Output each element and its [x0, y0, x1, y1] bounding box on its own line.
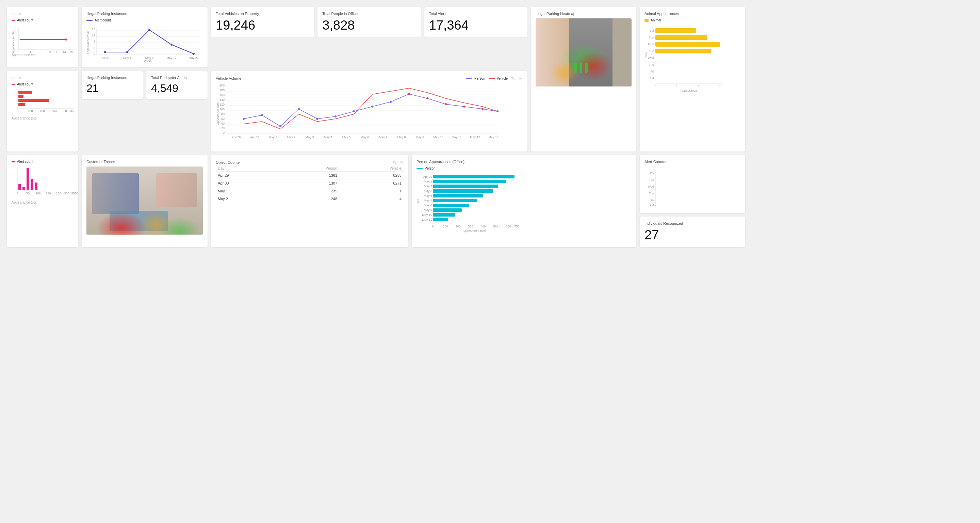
svg-text:May 8: May 8 [398, 136, 406, 139]
heatmap-image [536, 18, 632, 86]
svg-text:May 7: May 7 [379, 136, 388, 139]
alert-count-label-top: Alert count [17, 18, 33, 22]
svg-text:300: 300 [64, 192, 69, 195]
vehicle-legend-vehicle: Vehicle [488, 77, 508, 80]
svg-text:May 4: May 4 [123, 56, 132, 60]
object-counter-icons: ✎ ⊡ [392, 160, 404, 165]
illegal-parking-legend-label: Alert count [95, 18, 111, 22]
svg-text:Apr 30: Apr 30 [250, 136, 259, 139]
person-legend-label: Person [425, 166, 436, 170]
total-alerts-card: Total Alerts 17,364 [424, 7, 527, 37]
svg-rect-153 [433, 213, 455, 217]
total-perimeter-title: Total Perimeter Alerts [151, 76, 203, 80]
vehicle-volume-title: Vehicle Volume [216, 76, 241, 80]
col-person: Person [276, 165, 339, 172]
row3-person: 235 [276, 187, 339, 195]
svg-text:May 9: May 9 [424, 208, 432, 212]
alert-counter-title: Alert Counter [644, 160, 740, 164]
row3-vehicle: 1 [339, 187, 404, 195]
svg-text:80: 80 [221, 112, 224, 116]
svg-text:May 6: May 6 [424, 194, 432, 198]
illegal-parking-chart-title: Illegal Parking Instances [86, 11, 203, 16]
row2-day: Apr 30 [216, 179, 276, 187]
svg-rect-122 [27, 168, 29, 190]
total-alerts-value: 17,364 [429, 18, 523, 33]
alert-count-bottom-legend: Alert count [11, 160, 73, 163]
table-row: Apr 29 1361 8255 [216, 172, 404, 179]
illegal-parking-num-card: Illegal Parking Instances 21 [82, 71, 143, 99]
svg-text:12: 12 [54, 50, 57, 54]
vehicle-legend-person: Person [466, 77, 485, 80]
svg-point-100 [463, 105, 465, 108]
svg-text:0: 0 [17, 109, 18, 113]
individuals-recognized-title: Individuals Recognized [644, 221, 740, 225]
svg-text:Tue: Tue [649, 49, 654, 53]
svg-rect-55 [18, 91, 32, 94]
edit-icon-oc[interactable]: ✎ [392, 160, 396, 165]
vehicle-volume-card: Vehicle Volume Person Vehicle ✎ ⊡ Appear… [211, 71, 527, 151]
svg-rect-120 [18, 184, 21, 190]
total-vehicles-value: 19,246 [216, 18, 309, 33]
alert-count-bottom-card: Alert count 0 50 100 150 250 300 350 400… [7, 155, 78, 247]
animal-appearances-chart: Sat Sun Mon Tue Wed Thu Fri Sat Day 0 1 … [644, 24, 733, 92]
svg-rect-44 [655, 35, 707, 40]
svg-text:May 10: May 10 [422, 213, 432, 217]
svg-rect-43 [655, 28, 696, 33]
svg-text:400: 400 [480, 225, 485, 228]
edit-icon-vv[interactable]: ✎ [511, 76, 515, 81]
svg-text:May 3: May 3 [424, 189, 432, 193]
svg-text:3: 3 [719, 85, 721, 88]
customer-heatmap-overlay [86, 166, 203, 234]
table-row: May 1 235 1 [216, 187, 404, 195]
animal-legend-label: Animal [651, 18, 661, 22]
svg-text:60: 60 [221, 117, 224, 121]
svg-rect-146 [433, 180, 506, 183]
svg-text:8: 8 [40, 50, 41, 54]
count-appearance-chart-top: Appearance total 0 4 8 10 12 14 16 [11, 24, 76, 55]
svg-text:Apr 29: Apr 29 [232, 136, 241, 139]
person-appearances-card: Person Appearances (Office) Person Apr A… [412, 155, 636, 247]
svg-text:Day: Day [649, 171, 654, 175]
svg-text:150: 150 [46, 192, 51, 195]
svg-text:100: 100 [27, 109, 33, 113]
svg-point-98 [426, 97, 428, 99]
alert-count-bottom-dot [11, 161, 15, 163]
total-people-card: Total People in Office 3,828 [318, 7, 421, 37]
svg-text:Tue: Tue [649, 178, 654, 182]
row3-day: May 1 [216, 187, 276, 195]
object-counter-card: Object Counter ✎ ⊡ Day Person Vehicle Ap… [211, 155, 408, 247]
svg-text:180: 180 [220, 89, 224, 92]
svg-text:150: 150 [40, 109, 45, 113]
svg-rect-151 [433, 204, 469, 207]
svg-text:100: 100 [443, 225, 448, 228]
individuals-recognized-value: 27 [644, 228, 740, 242]
svg-rect-124 [35, 182, 37, 190]
delete-icon-oc[interactable]: ⊡ [399, 160, 404, 165]
svg-text:250: 250 [51, 109, 56, 113]
svg-rect-154 [433, 218, 448, 221]
svg-text:400: 400 [75, 192, 78, 195]
heatmap-overlay [536, 18, 632, 86]
animal-appearances-card: Animal Appearances Animal Sat Sun Mon Tu… [640, 7, 745, 151]
person-appearances-title: Person Appearances (Office) [417, 160, 632, 164]
delete-icon-vv[interactable]: ⊡ [519, 76, 523, 81]
alert-counter-card: Alert Counter Day Tue Wed Thu Fri Sat 0 [640, 155, 745, 213]
svg-text:May 12: May 12 [470, 136, 480, 139]
total-people-title: Total People in Office [322, 11, 416, 16]
svg-point-94 [353, 110, 355, 112]
svg-text:Sat: Sat [649, 29, 654, 32]
svg-point-95 [371, 105, 373, 108]
svg-text:500: 500 [493, 225, 498, 228]
svg-rect-58 [18, 103, 25, 106]
row1-person: 1361 [276, 172, 339, 179]
svg-text:250: 250 [56, 192, 61, 195]
total-alerts-title: Total Alerts [429, 11, 523, 16]
svg-text:0: 0 [654, 205, 656, 208]
col-vehicle: Vehicle [339, 165, 404, 172]
total-perimeter-alerts-card: Total Perimeter Alerts 4,549 [146, 71, 208, 99]
svg-text:Mon: Mon [648, 43, 654, 46]
svg-point-29 [104, 51, 106, 53]
svg-point-32 [170, 43, 172, 46]
right-bottom-area: Alert Counter Day Tue Wed Thu Fri Sat 0 … [640, 155, 745, 247]
alert-count-bottom-xlabel: Appearance total [11, 201, 73, 204]
